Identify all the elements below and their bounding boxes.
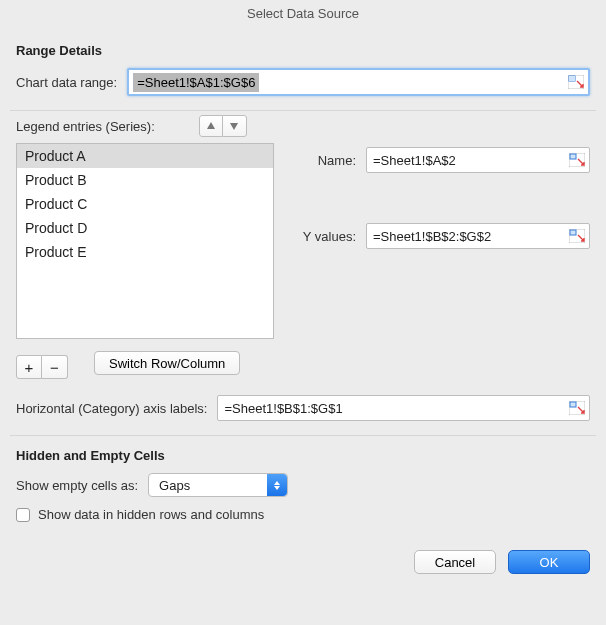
show-empty-value: Gaps — [159, 478, 190, 493]
window-title: Select Data Source — [0, 0, 606, 31]
cancel-button[interactable]: Cancel — [414, 550, 496, 574]
series-listbox[interactable]: Product AProduct BProduct CProduct DProd… — [16, 143, 274, 339]
series-yvalues-input[interactable]: =Sheet1!$B$2:$G$2 — [366, 223, 590, 249]
move-down-button[interactable] — [223, 115, 247, 137]
haxis-input[interactable]: =Sheet1!$B$1:$G$1 — [217, 395, 590, 421]
svg-rect-8 — [570, 402, 576, 407]
list-item[interactable]: Product A — [17, 144, 273, 168]
show-empty-select[interactable]: Gaps — [148, 473, 288, 497]
range-picker-icon[interactable] — [569, 229, 585, 243]
legend-entries-heading: Legend entries (Series): — [16, 119, 155, 134]
haxis-value: =Sheet1!$B$1:$G$1 — [224, 401, 342, 416]
haxis-label: Horizontal (Category) axis labels: — [16, 401, 207, 416]
remove-series-button[interactable]: − — [42, 355, 68, 379]
dialog-footer: Cancel OK — [0, 536, 606, 590]
svg-rect-2 — [569, 76, 575, 81]
list-item[interactable]: Product E — [17, 240, 273, 264]
move-up-button[interactable] — [199, 115, 223, 137]
series-name-input[interactable]: =Sheet1!$A$2 — [366, 147, 590, 173]
series-yvalues-value: =Sheet1!$B$2:$G$2 — [373, 229, 491, 244]
show-hidden-label: Show data in hidden rows and columns — [38, 507, 264, 522]
ok-button[interactable]: OK — [508, 550, 590, 574]
series-reorder-group — [199, 115, 247, 137]
range-picker-icon[interactable] — [569, 153, 585, 167]
add-remove-group: + − — [16, 355, 68, 379]
svg-rect-4 — [570, 154, 576, 159]
list-item[interactable]: Product C — [17, 192, 273, 216]
range-details-heading: Range Details — [16, 43, 590, 58]
hidden-empty-heading: Hidden and Empty Cells — [16, 448, 590, 463]
list-item[interactable]: Product D — [17, 216, 273, 240]
svg-rect-6 — [570, 230, 576, 235]
series-name-label: Name: — [292, 153, 356, 168]
select-caret-icon — [267, 474, 287, 496]
show-empty-label: Show empty cells as: — [16, 478, 138, 493]
range-picker-icon[interactable] — [568, 75, 584, 89]
series-yvalues-label: Y values: — [292, 229, 356, 244]
list-item[interactable]: Product B — [17, 168, 273, 192]
range-picker-icon[interactable] — [569, 401, 585, 415]
chart-data-range-value: =Sheet1!$A$1:$G$6 — [133, 73, 259, 92]
add-series-button[interactable]: + — [16, 355, 42, 379]
chart-data-range-label: Chart data range: — [16, 75, 117, 90]
show-hidden-checkbox[interactable] — [16, 508, 30, 522]
series-name-value: =Sheet1!$A$2 — [373, 153, 456, 168]
switch-row-column-button[interactable]: Switch Row/Column — [94, 351, 240, 375]
chart-data-range-input[interactable]: =Sheet1!$A$1:$G$6 — [127, 68, 590, 96]
